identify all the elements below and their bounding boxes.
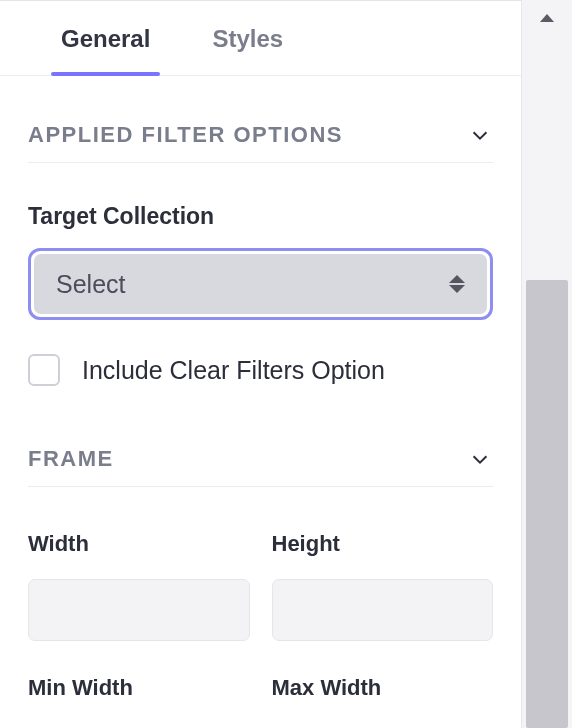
include-clear-filters-label: Include Clear Filters Option [82, 356, 385, 385]
include-clear-filters-checkbox[interactable] [28, 354, 60, 386]
scroll-up-icon[interactable] [540, 14, 554, 22]
section-applied-filter-options[interactable]: APPLIED FILTER OPTIONS [28, 76, 493, 163]
tab-styles[interactable]: Styles [208, 25, 287, 75]
tab-general[interactable]: General [57, 25, 154, 75]
min-width-label: Min Width [28, 675, 250, 701]
tabs: General Styles [0, 1, 521, 76]
scrollbar-track[interactable] [522, 0, 572, 728]
panel-content: APPLIED FILTER OPTIONS Target Collection… [0, 76, 521, 701]
include-clear-filters-row: Include Clear Filters Option [28, 354, 493, 386]
chevron-down-icon [467, 122, 493, 148]
max-width-label: Max Width [272, 675, 494, 701]
sort-icon [449, 275, 465, 293]
target-collection-select[interactable]: Select [28, 248, 493, 320]
section-title: FRAME [28, 446, 114, 472]
chevron-down-icon [467, 446, 493, 472]
section-title: APPLIED FILTER OPTIONS [28, 122, 343, 148]
width-label: Width [28, 531, 250, 557]
scrollbar-thumb[interactable] [526, 280, 568, 728]
select-value: Select [56, 270, 125, 299]
target-collection-label: Target Collection [28, 203, 493, 230]
height-label: Height [272, 531, 494, 557]
properties-panel: General Styles APPLIED FILTER OPTIONS Ta… [0, 0, 522, 728]
width-input[interactable] [28, 579, 250, 641]
height-input[interactable] [272, 579, 494, 641]
section-frame[interactable]: FRAME [28, 386, 493, 487]
